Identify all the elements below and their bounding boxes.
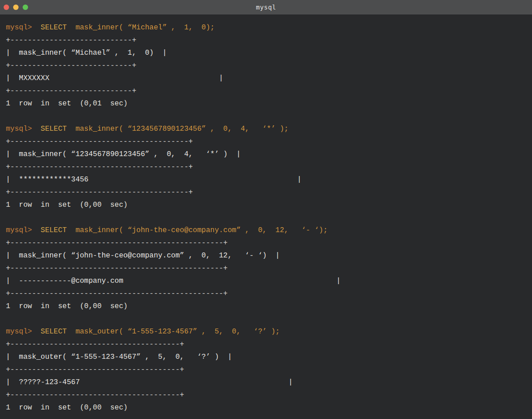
terminal-screen[interactable]: mysql> SELECT mask_inner( “Michael” , 1,… (0, 14, 532, 419)
table-border-top: +----------------------------+ (6, 34, 532, 47)
sql-command: mask_inner( “Michael” , 1, 0); (67, 24, 214, 32)
table-border-bottom: +---------------------------------------… (6, 287, 532, 300)
table-header-row: | mask_inner( “john-the-ceo@company.com”… (6, 249, 532, 262)
zoom-button[interactable] (23, 5, 28, 10)
sql-command: mask_outer( “1-555-123-4567” , 5, 0, ‘?’… (67, 328, 279, 336)
table-border-mid: +---------------------------------------… (6, 262, 532, 275)
query-block: mysql> SELECT mask_inner( “john-the-ceo@… (6, 224, 532, 313)
table-header-row: | mask_inner( “Michael” , 1, 0) | (6, 47, 532, 59)
table-result-row: | MXXXXXX | (6, 72, 532, 85)
sql-keyword: SELECT (32, 226, 67, 234)
table-border-bottom: +----------------------------+ (6, 85, 532, 97)
table-header-row: | mask_inner( “1234567890123456” , 0, 4,… (6, 148, 532, 161)
table-border-bottom: +---------------------------------------… (6, 389, 532, 401)
table-border-top: +---------------------------------------… (6, 338, 532, 351)
status-line: 1 row in set (0,00 sec) (6, 401, 532, 414)
table-border-top: +---------------------------------------… (6, 237, 532, 249)
table-result-row: | ?????-123-4567 | (6, 376, 532, 389)
mysql-prompt: mysql> (6, 328, 32, 336)
sql-command: mask_inner( “john-the-ceo@company.com” ,… (67, 226, 327, 234)
query-line: mysql> SELECT mask_inner( “john-the-ceo@… (6, 224, 532, 237)
sql-command: mask_inner( “1234567890123456” , 0, 4, ‘… (67, 125, 288, 133)
table-border-bottom: +---------------------------------------… (6, 186, 532, 199)
query-line: mysql> SELECT mask_inner( “1234567890123… (6, 123, 532, 135)
status-line: 1 row in set (0,01 sec) (6, 97, 532, 110)
status-line: 1 row in set (0,00 sec) (6, 199, 532, 211)
table-border-mid: +----------------------------+ (6, 59, 532, 72)
table-header-row: | mask_outer( “1-555-123-4567” , 5, 0, ‘… (6, 351, 532, 363)
query-block: mysql> SELECT mask_inner( “1234567890123… (6, 123, 532, 211)
title-bar: mysql (0, 0, 532, 14)
query-block: mysql> SELECT mask_inner( “Michael” , 1,… (6, 21, 532, 110)
terminal-window: mysql mysql> SELECT mask_inner( “Michael… (0, 0, 532, 419)
mysql-prompt: mysql> (6, 226, 32, 234)
query-line: mysql> SELECT mask_outer( “1-555-123-456… (6, 325, 532, 338)
mysql-prompt: mysql> (6, 24, 32, 32)
table-result-row: | ************3456 | (6, 173, 532, 186)
window-title: mysql (256, 4, 276, 11)
close-button[interactable] (4, 5, 9, 10)
query-line: mysql> SELECT mask_inner( “Michael” , 1,… (6, 21, 532, 34)
table-border-mid: +---------------------------------------… (6, 161, 532, 173)
window-controls (4, 5, 28, 10)
status-line: 1 row in set (0,00 sec) (6, 300, 532, 313)
table-border-top: +---------------------------------------… (6, 135, 532, 148)
table-result-row: | ------------@company.com | (6, 275, 532, 287)
minimize-button[interactable] (13, 5, 19, 10)
sql-keyword: SELECT (32, 24, 67, 32)
sql-keyword: SELECT (32, 328, 67, 336)
mysql-prompt: mysql> (6, 125, 32, 133)
sql-keyword: SELECT (32, 125, 67, 133)
query-block: mysql> SELECT mask_outer( “1-555-123-456… (6, 325, 532, 414)
table-border-mid: +---------------------------------------… (6, 363, 532, 376)
